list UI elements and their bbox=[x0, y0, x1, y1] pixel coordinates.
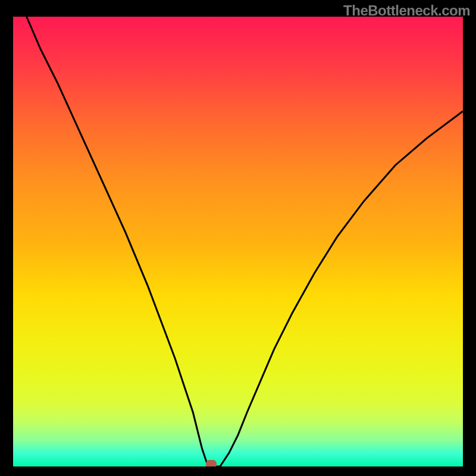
bottleneck-curve bbox=[13, 17, 463, 466]
chart-frame: TheBottleneck.com bbox=[0, 0, 476, 476]
attribution-label: TheBottleneck.com bbox=[343, 2, 470, 19]
plot-area bbox=[13, 17, 463, 466]
optimal-marker bbox=[206, 460, 217, 466]
